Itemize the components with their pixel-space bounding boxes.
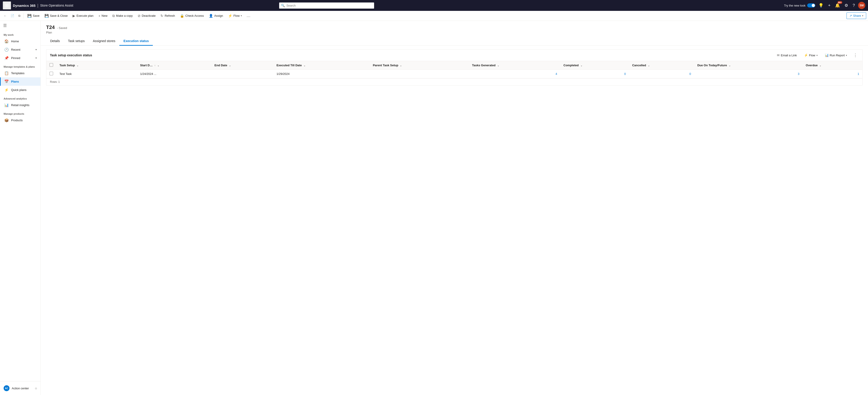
tab-task-setups[interactable]: Task setups	[64, 37, 89, 46]
recent-expand-icon: ▾	[35, 48, 37, 51]
cell-cancelled: 0	[629, 70, 694, 78]
refresh-icon: ↻	[160, 14, 163, 18]
tab-assigned-stores[interactable]: Assigned stores	[89, 37, 120, 46]
lightbulb-button[interactable]: 💡	[817, 2, 825, 9]
products-label: Products	[11, 118, 23, 122]
waffle-menu-button[interactable]: ⊞	[3, 1, 11, 9]
sidebar-item-action-center[interactable]: AC Action center ◇	[0, 383, 40, 393]
dynamics-label: Dynamics 365	[13, 4, 35, 7]
cell-start-date: 1/24/2024 ...	[137, 70, 211, 78]
plans-label: Plans	[11, 80, 19, 83]
record-title-row: T24 - Saved	[46, 24, 863, 30]
new-button[interactable]: + New	[96, 12, 110, 19]
notifications: 🔔 99+	[834, 2, 841, 9]
sidebar-item-products[interactable]: 📦 Products	[0, 116, 40, 124]
share-button[interactable]: ↗ Share ▾	[846, 12, 866, 19]
my-work-section-label: My work	[0, 30, 40, 37]
col-parent-header[interactable]: Parent Task Setup ⌄	[370, 61, 469, 70]
topbar-right: Try the new look 💡 + 🔔 99+ ⚙ ? SM	[784, 2, 865, 9]
share-label: Share	[853, 14, 861, 18]
tasks-generated-link[interactable]: 4	[556, 72, 557, 76]
help-button[interactable]: ?	[851, 2, 856, 9]
run-report-button[interactable]: 📊 Run Report ▾	[823, 52, 849, 58]
action-center-expand-icon: ◇	[35, 387, 37, 390]
tab-details[interactable]: Details	[46, 37, 64, 46]
subgrid-flow-button[interactable]: ⚡ Flow ▾	[802, 52, 819, 58]
cell-parent-task-setup	[370, 70, 469, 78]
col-executed-header[interactable]: Executed Till Date ⌄	[273, 61, 370, 70]
sidebar-item-recent[interactable]: 🕐 Recent ▾	[0, 46, 40, 54]
col-checkbox[interactable]	[46, 61, 56, 70]
settings-button[interactable]: ⚙	[843, 2, 849, 9]
products-icon: 📦	[4, 118, 9, 122]
sidebar-item-quick-plans[interactable]: ⚡ Quick plans	[0, 86, 40, 94]
execute-plan-button[interactable]: ▶ Execute plan	[70, 12, 96, 19]
run-report-chevron-icon: ▾	[846, 54, 847, 57]
more-commands-button[interactable]: …	[245, 12, 252, 20]
save-label: Save	[33, 14, 39, 18]
run-report-icon: 📊	[825, 53, 829, 57]
assign-button[interactable]: 👤 Assign	[207, 12, 225, 19]
check-access-icon: 🔒	[180, 14, 184, 18]
email-link-button[interactable]: ✉ Email a Link	[775, 52, 799, 58]
completed-link[interactable]: 0	[624, 72, 626, 76]
manage-templates-section-label: Manage templates & plans	[0, 62, 40, 69]
tab-execution-status[interactable]: Execution status	[119, 37, 153, 46]
brand: Dynamics 365 | Store Operations Assist	[13, 3, 73, 8]
share-chevron-icon: ▾	[862, 15, 863, 17]
sidebar-item-templates[interactable]: 📋 Templates	[0, 69, 40, 77]
cell-completed: 0	[560, 70, 629, 78]
subgrid-more-button[interactable]: ⋮	[852, 52, 859, 59]
due-today-future-link[interactable]: 3	[798, 72, 799, 76]
document-view-button[interactable]: 📄	[9, 13, 16, 19]
back-button[interactable]: ←	[2, 13, 8, 19]
pinned-expand-icon: ▾	[35, 57, 37, 59]
start-date-sort-icon: ↑	[154, 64, 156, 67]
col-start-date-header[interactable]: Start D… ↑ ⌄	[137, 61, 211, 70]
due-sort-icon: ⌄	[729, 64, 731, 67]
user-avatar[interactable]: SM	[858, 2, 865, 9]
overdue-link[interactable]: 1	[858, 72, 859, 76]
col-end-date-header[interactable]: End Date ⌄	[211, 61, 273, 70]
advanced-analytics-section-label: Advanced analytics	[0, 94, 40, 101]
retail-insights-label: Retail insights	[11, 103, 29, 107]
cell-overdue: 1	[803, 70, 862, 78]
copy-document-button[interactable]: ⧉	[17, 13, 22, 19]
sidebar-item-retail-insights[interactable]: 📊 Retail insights	[0, 101, 40, 109]
save-button[interactable]: 💾 Save	[25, 12, 42, 19]
table-rows-count: Rows: 1	[46, 78, 862, 85]
cell-end-date	[211, 70, 273, 78]
search-input[interactable]	[279, 2, 374, 8]
add-button[interactable]: +	[827, 2, 832, 9]
table-header: Task Setup ⌄ Start D… ↑ ⌄ End Date ⌄	[46, 61, 862, 70]
col-completed-header[interactable]: Completed ⌄	[560, 61, 629, 70]
flow-button[interactable]: ⚡ Flow ▾	[226, 12, 244, 19]
topbar: ⊞ Dynamics 365 | Store Operations Assist…	[0, 0, 868, 11]
sidebar-item-home[interactable]: 🏠 Home	[0, 37, 40, 46]
sidebar-toggle-area: ☰	[0, 21, 40, 30]
col-due-header[interactable]: Due On Today/Future ⌄	[694, 61, 803, 70]
row-checkbox[interactable]	[50, 72, 53, 75]
deactivate-button[interactable]: ⊘ Deactivate	[135, 12, 158, 19]
row-checkbox-cell[interactable]	[46, 70, 56, 78]
col-overdue-header[interactable]: Overdue ⌄	[803, 61, 862, 70]
sidebar-collapse-button[interactable]: ☰	[3, 23, 7, 28]
flow-chevron-icon: ▾	[241, 15, 242, 17]
record-header: T24 - Saved Plan	[41, 21, 868, 37]
col-generated-header[interactable]: Tasks Generated ⌄	[469, 61, 560, 70]
try-new-look-toggle[interactable]	[807, 3, 815, 7]
pinned-icon: 📌	[4, 56, 9, 60]
save-close-button[interactable]: 💾 Save & Close	[42, 12, 70, 19]
sidebar-item-pinned[interactable]: 📌 Pinned ▾	[0, 54, 40, 62]
sidebar-item-plans[interactable]: 📅 Plans	[0, 77, 40, 86]
table-row[interactable]: Test Task 1/24/2024 ... 1/29/2024 4 0 0	[46, 70, 862, 78]
header-checkbox[interactable]	[50, 63, 53, 67]
executed-sort-icon: ⌄	[304, 64, 305, 67]
col-task-setup-header[interactable]: Task Setup ⌄	[56, 61, 137, 70]
make-copy-button[interactable]: ⧉ Make a copy	[110, 12, 135, 19]
col-cancelled-header[interactable]: Cancelled ⌄	[629, 61, 694, 70]
app-name-label: Store Operations Assist	[40, 4, 73, 7]
cancelled-link[interactable]: 0	[689, 72, 691, 76]
check-access-button[interactable]: 🔒 Check Access	[178, 12, 206, 19]
refresh-button[interactable]: ↻ Refresh	[158, 12, 177, 19]
